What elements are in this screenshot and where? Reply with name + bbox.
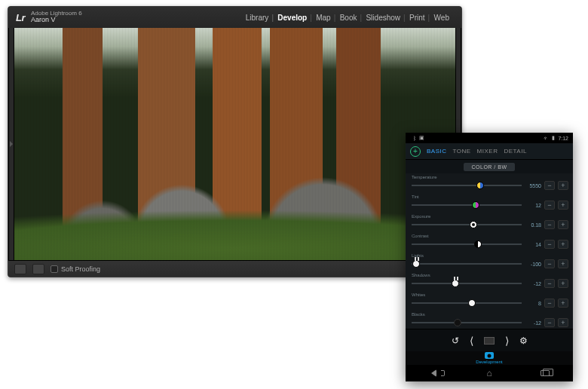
wifi-icon: ᯤ	[544, 136, 549, 141]
slider-knob[interactable]	[454, 319, 461, 326]
module-map[interactable]: Map	[311, 14, 335, 22]
tab-detail[interactable]: DETAIL	[504, 148, 526, 155]
slider-track[interactable]	[412, 182, 522, 189]
android-back-button[interactable]	[424, 368, 443, 378]
slider-value: -12	[525, 281, 541, 286]
lightroom-body	[8, 28, 461, 260]
slider-row-whites: 8−+	[412, 294, 568, 312]
slider-minus-button[interactable]: −	[544, 299, 555, 308]
photo-texture	[14, 28, 455, 260]
slider-plus-button[interactable]: +	[558, 201, 568, 210]
module-develop[interactable]: Develop	[273, 14, 311, 22]
slider-row-contrast: 14−+	[412, 235, 568, 253]
battery-icon: ▮	[552, 135, 555, 141]
slider-track[interactable]	[412, 260, 522, 268]
lightroom-logo: Lr	[16, 12, 25, 23]
slider-plus-button[interactable]: +	[558, 299, 568, 308]
slider-minus-button[interactable]: −	[544, 279, 555, 288]
color-bw-toggle[interactable]: COLOR / BW	[464, 163, 514, 171]
module-picker: Library Develop Map Book Slideshow Print…	[241, 14, 454, 22]
slider-track[interactable]	[412, 201, 522, 209]
thumbnail-icon[interactable]	[484, 337, 495, 345]
slider-plus-button[interactable]: +	[558, 279, 568, 288]
slider-value: 0.18	[525, 222, 541, 228]
slider-row-blacks: -12−+	[412, 314, 568, 329]
slider-row-lights: -100−+	[412, 255, 568, 273]
tab-tone[interactable]: TONE	[453, 148, 471, 155]
slider-knob[interactable]	[472, 201, 479, 209]
prev-photo-button[interactable]: ⟨	[470, 335, 473, 347]
tab-mixer[interactable]: MIXER	[477, 148, 498, 155]
slider-knob[interactable]	[452, 280, 459, 287]
camera-icon	[485, 352, 494, 359]
status-time: 7:12	[558, 136, 568, 141]
lightroom-title-wrap: Adobe Lightroom 6 Aaron V	[31, 11, 82, 25]
module-slideshow[interactable]: Slideshow	[361, 14, 405, 22]
android-recent-button[interactable]	[536, 368, 554, 378]
bluetooth-icon: ᛒ	[413, 136, 416, 141]
slider-track[interactable]	[412, 280, 522, 287]
slider-value: 14	[525, 242, 541, 247]
soft-proofing-label: Soft Proofing	[61, 265, 100, 273]
compare-view-button[interactable]	[32, 264, 44, 274]
slider-value: -100	[525, 262, 541, 267]
soft-proofing-toggle[interactable]: Soft Proofing	[51, 265, 100, 273]
loupe-view-button[interactable]	[14, 264, 26, 274]
module-book[interactable]: Book	[335, 14, 362, 22]
slider-knob[interactable]	[412, 260, 420, 268]
slider-minus-button[interactable]: −	[544, 220, 555, 229]
tab-basic[interactable]: BASIC	[427, 148, 447, 155]
slider-minus-button[interactable]: −	[544, 181, 555, 190]
slider-row-exposure: 0.18−+	[412, 216, 568, 234]
android-nav-bar: ⌂	[406, 365, 573, 381]
slider-knob[interactable]	[476, 182, 484, 189]
slider-value: -12	[525, 320, 541, 326]
mobile-nav: ↺ ⟨ ⟩ ⚙	[406, 329, 573, 351]
module-web[interactable]: Web	[430, 14, 454, 22]
slider-plus-button[interactable]: +	[558, 259, 568, 268]
slider-value: 12	[525, 203, 541, 208]
left-panel-toggle[interactable]	[8, 28, 14, 260]
slider-track[interactable]	[412, 299, 522, 307]
home-icon: ⌂	[486, 368, 492, 378]
chevron-right-icon	[10, 141, 13, 147]
slider-value: 8	[525, 301, 541, 306]
sliders-panel: Temperature5550−+Tint12−+Exposure0.18−+C…	[406, 173, 573, 329]
lightroom-titlebar: Lr Adobe Lightroom 6 Aaron V Library Dev…	[8, 7, 461, 28]
mobile-module-label: Development	[476, 360, 502, 364]
add-button[interactable]: +	[410, 146, 421, 157]
slider-plus-button[interactable]: +	[558, 220, 568, 229]
undo-button[interactable]: ↺	[452, 335, 459, 346]
slider-plus-button[interactable]: +	[558, 240, 568, 249]
slider-row-shadows: -12−+	[412, 274, 568, 293]
lightroom-toolbar: Soft Proofing	[8, 260, 461, 277]
slider-minus-button[interactable]: −	[544, 201, 555, 210]
slider-track[interactable]	[412, 319, 522, 326]
android-status-bar: ᛒ ▣ ᯤ ▮ 7:12	[406, 133, 573, 143]
recent-icon	[541, 370, 550, 376]
slider-minus-button[interactable]: −	[544, 259, 555, 268]
slider-plus-button[interactable]: +	[558, 318, 568, 327]
module-print[interactable]: Print	[405, 14, 430, 22]
slider-track[interactable]	[412, 240, 522, 248]
module-library[interactable]: Library	[241, 14, 274, 22]
back-icon	[431, 369, 436, 377]
mobile-panel: ᛒ ▣ ᯤ ▮ 7:12 + BASIC TONE MIXER DETAIL C…	[406, 133, 573, 381]
slider-value: 5550	[525, 183, 541, 188]
slider-knob[interactable]	[474, 240, 482, 248]
slider-track[interactable]	[412, 221, 522, 228]
slider-minus-button[interactable]: −	[544, 240, 555, 249]
slider-plus-button[interactable]: +	[558, 181, 568, 190]
photo-canvas[interactable]	[14, 28, 455, 260]
lightroom-window: Lr Adobe Lightroom 6 Aaron V Library Dev…	[8, 6, 462, 277]
mobile-tab-bar: + BASIC TONE MIXER DETAIL	[406, 143, 573, 160]
android-home-button[interactable]: ⌂	[480, 368, 498, 378]
mobile-module-indicator[interactable]: Development	[406, 351, 573, 365]
slider-row-tint: 12−+	[412, 196, 568, 214]
settings-button[interactable]: ⚙	[519, 335, 528, 346]
next-photo-button[interactable]: ⟩	[505, 335, 509, 347]
slider-knob[interactable]	[470, 221, 477, 228]
slider-knob[interactable]	[468, 299, 476, 307]
app-icon: ▣	[419, 135, 424, 141]
slider-minus-button[interactable]: −	[544, 318, 555, 327]
